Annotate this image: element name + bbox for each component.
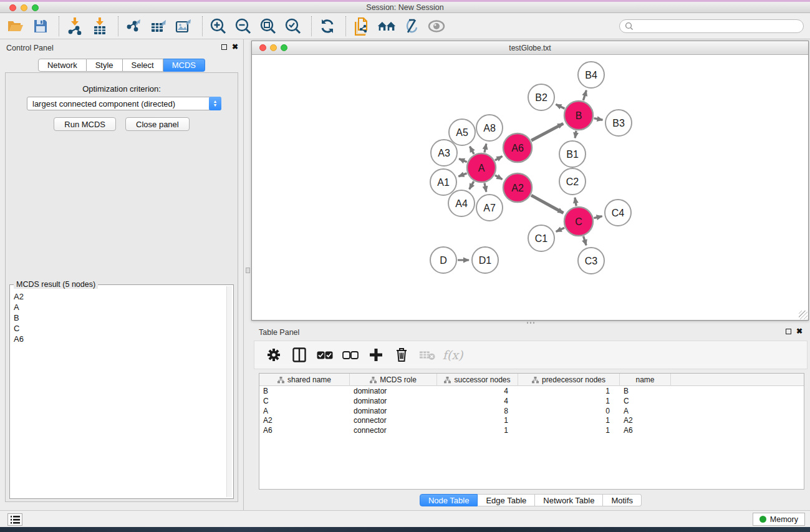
node-A5[interactable]: A5 xyxy=(449,119,475,145)
edge-C-C2[interactable] xyxy=(575,198,576,206)
node-A4[interactable]: A4 xyxy=(448,190,475,216)
float-panel-icon[interactable] xyxy=(221,44,227,50)
close-panel-button[interactable]: Close panel xyxy=(125,117,190,131)
node-A2[interactable]: A2 xyxy=(503,173,532,202)
export-table-icon[interactable] xyxy=(150,17,168,36)
table-cell[interactable]: B xyxy=(620,386,671,396)
float-table-panel-icon[interactable] xyxy=(786,329,791,334)
mcds-result-list[interactable]: A2ABCA6 xyxy=(11,291,226,497)
edge-B-B3[interactable] xyxy=(594,118,603,120)
export-network-icon[interactable] xyxy=(125,17,143,36)
refresh-icon[interactable] xyxy=(318,17,337,36)
mcds-result-item[interactable]: A xyxy=(11,302,226,312)
optimization-criterion-select[interactable]: largest connected component (directed) ▲… xyxy=(27,97,221,110)
table-cell[interactable]: 1 xyxy=(518,415,620,425)
node-A7[interactable]: A7 xyxy=(476,195,503,221)
edge-A-A6[interactable] xyxy=(495,157,503,160)
edge-A-A1[interactable] xyxy=(458,173,466,177)
node-A3[interactable]: A3 xyxy=(431,140,457,166)
table-row[interactable]: A2connector11A2 xyxy=(259,415,804,425)
save-session-icon[interactable] xyxy=(31,17,50,36)
node-C3[interactable]: C3 xyxy=(578,248,604,274)
node-A[interactable]: A xyxy=(467,153,496,182)
table-cell[interactable]: connector xyxy=(350,415,437,425)
edge-A-A2[interactable] xyxy=(495,175,503,179)
select-all-checks-icon[interactable] xyxy=(317,347,333,363)
edge-A-A3[interactable] xyxy=(459,159,467,162)
zoom-out-icon[interactable] xyxy=(234,17,253,36)
table-cell[interactable]: 1 xyxy=(437,425,518,435)
close-panel-icon[interactable]: ✖ xyxy=(232,44,238,50)
network-graph[interactable]: AA1A2A3A4A5A6A7A8BB1B2B3B4CC1C2C3C4DD1 xyxy=(252,55,808,320)
node-A8[interactable]: A8 xyxy=(476,115,503,141)
table-cell[interactable]: A xyxy=(620,406,671,416)
zoom-in-icon[interactable] xyxy=(209,17,228,36)
column-header-shared-name[interactable]: shared name xyxy=(259,374,350,386)
tab-select[interactable]: Select xyxy=(123,59,163,72)
tab-mcds[interactable]: MCDS xyxy=(163,59,205,72)
table-cell[interactable]: dominator xyxy=(350,386,437,396)
node-B4[interactable]: B4 xyxy=(578,62,604,88)
node-C[interactable]: C xyxy=(564,207,593,236)
tab-motifs[interactable]: Motifs xyxy=(603,494,642,506)
node-B3[interactable]: B3 xyxy=(605,110,632,136)
column-header-successor-nodes[interactable]: successor nodes xyxy=(437,374,518,386)
tab-network[interactable]: Network xyxy=(38,59,87,72)
import-table-icon[interactable] xyxy=(90,17,109,36)
network-window-titlebar[interactable]: testGlobe.txt xyxy=(252,41,808,55)
node-C2[interactable]: C2 xyxy=(559,168,586,195)
result-list-scrollbar[interactable] xyxy=(226,286,232,497)
mcds-result-item[interactable]: B xyxy=(11,312,226,323)
node-D[interactable]: D xyxy=(430,247,456,273)
node-table[interactable]: shared name MCDS role successor nodes pr… xyxy=(259,373,804,490)
node-B1[interactable]: B1 xyxy=(559,141,586,167)
edge-A2-C[interactable] xyxy=(531,195,564,213)
edge-C-C4[interactable] xyxy=(594,216,602,218)
table-cell[interactable]: 1 xyxy=(518,425,620,435)
search-input[interactable] xyxy=(634,22,798,31)
table-row[interactable]: Adominator80A xyxy=(259,406,804,416)
task-history-button[interactable] xyxy=(7,513,22,526)
close-table-panel-icon[interactable]: ✖ xyxy=(796,328,803,334)
edge-A-A4[interactable] xyxy=(470,181,474,190)
zoom-selected-icon[interactable] xyxy=(284,17,302,36)
mcds-result-item[interactable]: C xyxy=(11,323,226,334)
table-cell[interactable]: 1 xyxy=(437,415,518,425)
edge-C-C3[interactable] xyxy=(584,236,587,245)
column-header-predecessor-nodes[interactable]: predecessor nodes xyxy=(518,374,620,386)
tab-edge-table[interactable]: Edge Table xyxy=(478,494,535,506)
zoom-fit-icon[interactable] xyxy=(259,17,277,36)
table-cell[interactable]: dominator xyxy=(350,406,437,416)
table-cell[interactable]: 4 xyxy=(437,396,518,406)
import-network-icon[interactable] xyxy=(65,17,84,36)
node-C4[interactable]: C4 xyxy=(605,200,631,226)
edge-B-B4[interactable] xyxy=(583,90,586,100)
edge-A6-B[interactable] xyxy=(531,123,563,140)
tab-node-table[interactable]: Node Table xyxy=(420,494,478,506)
table-cell[interactable]: 1 xyxy=(518,396,620,406)
show-columns-icon[interactable] xyxy=(291,347,307,363)
tab-network-table[interactable]: Network Table xyxy=(535,494,603,506)
column-settings-gear-icon[interactable] xyxy=(266,347,282,363)
run-mcds-button[interactable]: Run MCDS xyxy=(54,117,116,131)
export-image-icon[interactable] xyxy=(175,17,193,36)
table-cell[interactable]: C xyxy=(259,396,350,406)
mcds-result-item[interactable]: A6 xyxy=(11,334,226,344)
table-header-row[interactable]: shared name MCDS role successor nodes pr… xyxy=(259,374,804,386)
mcds-result-item[interactable]: A2 xyxy=(11,291,226,302)
table-cell[interactable]: A6 xyxy=(259,425,350,435)
edge-B-B2[interactable] xyxy=(556,104,564,109)
hide-labels-icon[interactable] xyxy=(402,17,421,36)
table-cell[interactable]: A6 xyxy=(620,425,671,435)
memory-button[interactable]: Memory xyxy=(753,513,805,526)
node-A1[interactable]: A1 xyxy=(430,169,456,195)
tab-style[interactable]: Style xyxy=(87,59,123,72)
network-canvas[interactable]: AA1A2A3A4A5A6A7A8BB1B2B3B4CC1C2C3C4DD1 xyxy=(252,55,808,320)
show-graphics-details-icon[interactable] xyxy=(427,17,446,36)
open-session-icon[interactable] xyxy=(6,17,25,36)
delete-column-icon[interactable] xyxy=(393,347,410,363)
horizontal-splitter-handle[interactable] xyxy=(527,322,534,324)
node-B[interactable]: B xyxy=(564,101,593,130)
table-cell[interactable]: 8 xyxy=(437,406,518,416)
clone-network-icon[interactable] xyxy=(352,17,371,36)
